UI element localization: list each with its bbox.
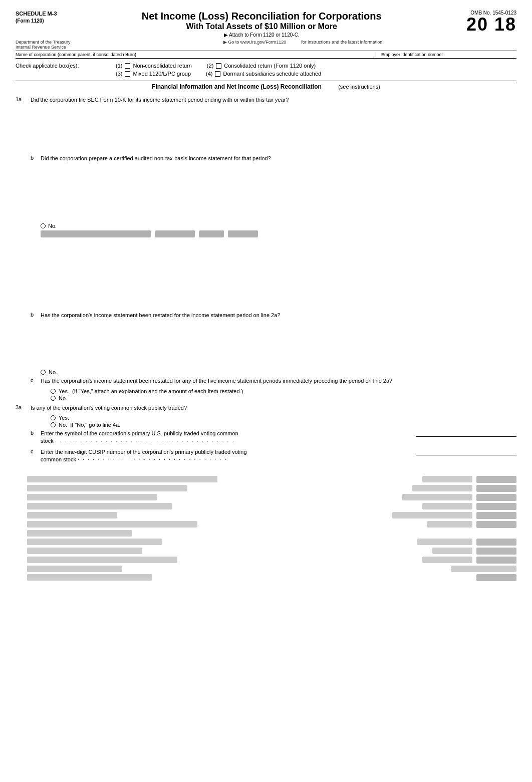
check-item-2: (2) Consolidated return (Form 1120 only): [207, 63, 316, 69]
blur-7-val: [427, 521, 472, 528]
q2b-answer-space: [16, 322, 516, 367]
blur-4-val: [422, 476, 472, 482]
q2b-row: b Has the corporation's income statement…: [16, 312, 516, 319]
checkbox-4[interactable]: [215, 71, 220, 77]
blur-row-4: [16, 476, 516, 483]
bottom-blurred-section: [16, 469, 516, 581]
blur-row-9b: [16, 566, 516, 572]
schedule-name: SCHEDULE M-3: [16, 10, 57, 18]
q3c-row: c Enter the nine-digit CUSIP number of t…: [16, 448, 516, 464]
no-line-1b: No.: [41, 223, 516, 229]
check-row-34: (3) Mixed 1120/L/PC group (4) Dormant su…: [16, 71, 516, 77]
blur-5-text: [27, 485, 187, 491]
radio-yes-3a[interactable]: [51, 415, 56, 420]
dots-3c: · · · · · · · · · · · · · · · · · · · · …: [78, 456, 227, 462]
blur-row-8b: [16, 548, 516, 555]
blur-row-10: [16, 574, 516, 581]
radio-no-2c[interactable]: [51, 396, 56, 401]
checkbox-1[interactable]: [125, 63, 130, 69]
no-label-1b: No.: [48, 223, 57, 229]
q3c-text: Enter the nine-digit CUSIP number of the…: [41, 448, 414, 464]
no-3a-row: No. If "No," go to line 4a.: [51, 422, 516, 428]
q3b-text: Enter the symbol of the corporation's pr…: [41, 430, 414, 445]
no-2c-label: No.: [59, 395, 67, 401]
blur-6-text: [27, 503, 172, 509]
radio-no-3a[interactable]: [51, 422, 56, 427]
yes-3a-label: Yes.: [59, 415, 69, 421]
blur-4-box: [476, 476, 516, 483]
cusip-input[interactable]: [416, 448, 516, 455]
financial-info-text: Financial Information and Net Income (Lo…: [152, 83, 322, 90]
dept-left: Department of the Treasury Internal Reve…: [16, 40, 71, 50]
q3a-num: 3a: [16, 404, 31, 410]
q1a-answer-space: [41, 107, 516, 152]
name-ein-row: Name of corporation (common parent, if c…: [16, 51, 516, 59]
dept-line1: Department of the Treasury: [16, 40, 71, 45]
check-text-4: Dormant subsidiaries schedule attached: [223, 71, 321, 77]
q3b-row: b Enter the symbol of the corporation's …: [16, 430, 516, 445]
blur-4-text: [27, 476, 217, 482]
blur-9-box: [476, 557, 516, 564]
attach-text: ▶ Attach to Form 1120 or 1120-C.: [224, 32, 300, 38]
spacer: [16, 469, 516, 474]
check-num-3: (3): [116, 71, 122, 77]
attach-line: ▶ Attach to Form 1120 or 1120-C.: [67, 32, 456, 38]
q1b-answer-space: [16, 166, 516, 221]
page-container: SCHEDULE M-3 (Form 1120) Net Income (Los…: [16, 10, 516, 581]
no-answer-1b: No.: [41, 223, 516, 237]
radio-no-1b[interactable]: [41, 223, 46, 228]
blur-7b-text: [27, 530, 132, 537]
year-display: 20 18: [466, 16, 516, 34]
header: SCHEDULE M-3 (Form 1120) Net Income (Los…: [16, 10, 516, 38]
check-text-3: Mixed 1120/L/PC group: [133, 71, 191, 77]
yes-2c-label: Yes.: [59, 388, 69, 394]
yes-2c-detail: (If "Yes," attach an explanation and the…: [72, 388, 243, 394]
yes-3a-row: Yes.: [51, 415, 516, 421]
blur-1b-4: [228, 230, 258, 237]
main-title: Net Income (Loss) Reconciliation for Cor…: [67, 10, 456, 22]
blur-8-text: [27, 539, 162, 545]
blur-row-6: [16, 503, 516, 510]
dots-3b: · · · · · · · · · · · · · · · · · · · · …: [55, 438, 235, 444]
no-3a-label: No.: [59, 422, 67, 428]
check-item-3: (3) Mixed 1120/L/PC group: [116, 71, 191, 77]
blur-row-7: [16, 521, 516, 528]
q3b-line1: Enter the symbol of the corporation's pr…: [41, 430, 238, 436]
check-num-2: (2): [207, 63, 213, 69]
dept-line: Department of the Treasury Internal Reve…: [16, 40, 516, 50]
stock-symbol-input[interactable]: [416, 430, 516, 437]
blur-6-val: [422, 503, 472, 509]
checkbox-2[interactable]: [216, 63, 221, 69]
check-label: Check applicable box(es):: [16, 63, 116, 69]
q1a-text: Did the corporation file SEC Form 10-K f…: [31, 96, 516, 104]
header-left: SCHEDULE M-3 (Form 1120): [16, 10, 57, 25]
blur-6-box: [476, 503, 516, 510]
blur-row-9: [16, 557, 516, 564]
blur-5b-text: [27, 494, 157, 500]
blur-1b-2: [155, 230, 195, 237]
checkbox-3[interactable]: [125, 71, 130, 77]
radio-no-2b[interactable]: [41, 370, 46, 375]
check-item-1: (1) Non-consolidated return: [116, 63, 192, 69]
radio-yes-2c[interactable]: [51, 389, 56, 394]
q3c-letter: c: [31, 448, 41, 454]
blur-8b-val: [432, 548, 472, 554]
q2c-text: Has the corporation's income statement b…: [41, 377, 516, 385]
goto-right: for instructions and the latest informat…: [301, 40, 384, 50]
blur-8b-text: [27, 548, 142, 554]
yes-2c-row: Yes. (If "Yes," attach an explanation an…: [51, 388, 516, 394]
check-item-4: (4) Dormant subsidiaries schedule attach…: [206, 71, 321, 77]
dept-center: ▶ Go to www.irs.gov/Form1120 for instruc…: [91, 40, 516, 50]
blur-10-box: [476, 574, 516, 581]
dept-line2: Internal Revenue Service: [16, 45, 71, 50]
blur-row-5b: [16, 494, 516, 501]
blurred-row-1b: [41, 230, 516, 237]
q1b-letter: b: [31, 155, 41, 161]
name-label: Name of corporation (common parent, if c…: [16, 52, 136, 57]
no-answer-2b: No.: [41, 369, 516, 375]
blur-7-box: [476, 521, 516, 528]
q1b-row: b Did the corporation prepare a certifie…: [16, 155, 516, 162]
blur-9b-text: [27, 566, 122, 572]
check-num-4: (4): [206, 71, 212, 77]
no-3a-goto: If "No," go to line 4a.: [70, 422, 120, 428]
